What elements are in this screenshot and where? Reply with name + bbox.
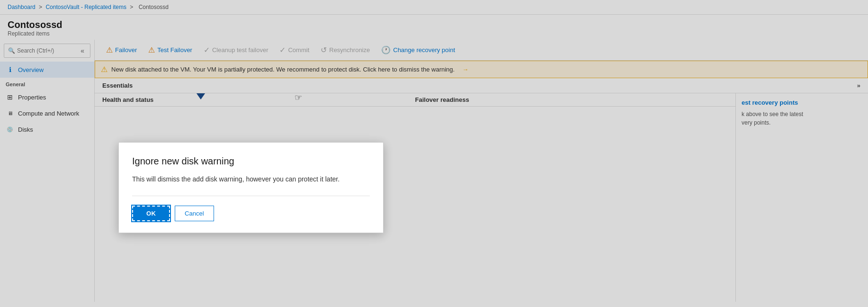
modal-title: Ignore new disk warning: [132, 156, 370, 167]
modal-dialog: Ignore new disk warning This will dismis…: [118, 142, 384, 233]
cancel-button[interactable]: Cancel: [175, 206, 214, 221]
modal-actions: OK Cancel: [132, 206, 370, 221]
ok-button[interactable]: OK: [132, 206, 170, 221]
modal-divider: [132, 196, 370, 196]
modal-body: This will dismiss the add disk warning, …: [132, 174, 370, 184]
modal-overlay: Ignore new disk warning This will dismis…: [0, 0, 868, 302]
